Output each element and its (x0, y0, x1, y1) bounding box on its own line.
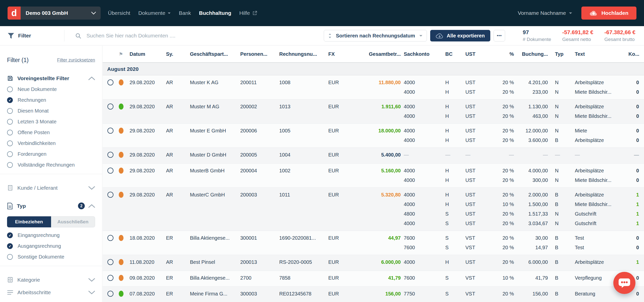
column-header-buchung[interactable]: Buchung... (514, 51, 548, 57)
table-row[interactable]: 29.08.2020ARMuster M AG2000021013EUR1.91… (103, 99, 644, 124)
table-row[interactable]: 29.08.2020ARMuster D GmbH2000051004EUR5.… (103, 148, 644, 164)
cell-geschaeftspartner: MusterB GmbH (187, 166, 237, 175)
cell-typ: B (548, 273, 572, 283)
table-row[interactable]: 11.08.2020ARBest Pinsel200013RS-2020-000… (103, 255, 644, 271)
filter-option-sonstige-dokumente[interactable]: Sonstige Dokumente (7, 251, 95, 262)
table-row[interactable]: 07.08.2020ERMeine Firma G...300003RE0123… (103, 287, 644, 302)
row-select-checkbox[interactable] (107, 79, 113, 85)
cell-ust: UST (462, 78, 491, 87)
radio-circle-icon[interactable] (7, 254, 13, 260)
cell-bc: — (442, 150, 462, 160)
column-header-geschäftspart[interactable]: Geschäftspart... (187, 51, 237, 57)
table-row[interactable]: 29.08.2020ARMusterC GmbH2000031011EUR5.3… (103, 188, 644, 231)
row-select-checkbox[interactable] (107, 168, 113, 174)
radio-circle-icon[interactable] (7, 108, 13, 114)
cell-datum: 29.08.2020 (127, 126, 163, 135)
include-toggle-button[interactable]: Einbeziehen (7, 216, 51, 227)
search-input[interactable] (86, 32, 324, 39)
column-header-%[interactable]: % (491, 51, 514, 57)
nav-item-bank[interactable]: Bank (179, 10, 191, 16)
table-row[interactable]: 29.08.2020ARMuster K AG2000111008EUR11.8… (103, 75, 644, 99)
top-navbar: d Demo 003 GmbH ÜbersichtDokumenteBankBu… (0, 0, 644, 26)
upload-button[interactable]: Hochladen (581, 7, 636, 20)
table-row[interactable]: 29.08.2020ARMuster E GmbH2000061005EUR18… (103, 124, 644, 148)
column-header-gesamtbetr[interactable]: Gesamtbetr... (357, 51, 401, 57)
row-select-checkbox[interactable] (107, 104, 113, 110)
filter-option-ausgangsrechnung[interactable]: ✓Ausgangsrechnung (7, 241, 95, 251)
status-dot-orange-icon (119, 79, 124, 85)
row-select-checkbox[interactable] (107, 192, 113, 198)
column-header-sy[interactable]: Sy. (163, 51, 187, 57)
filter-option-forderungen[interactable]: Forderungen (7, 149, 95, 160)
sidebar-divider (0, 266, 102, 266)
column-header-datum[interactable]: Datum (127, 51, 163, 57)
nav-item-buchhaltung[interactable]: Buchhaltung (199, 10, 231, 16)
type-filter-list: ✓Eingangsrechnung✓AusgangsrechnungSonsti… (7, 230, 95, 262)
row-status-cell (115, 257, 127, 267)
nav-item-übersicht[interactable]: Übersicht (108, 10, 130, 16)
nav-item-dokumente[interactable]: Dokumente (138, 10, 171, 16)
radio-circle-icon[interactable] (7, 130, 13, 135)
row-select-checkbox[interactable] (107, 259, 113, 265)
more-actions-button[interactable]: ••• (494, 30, 505, 41)
cell-geschaeftspartner: Muster K AG (187, 78, 237, 87)
cell-sachkonto: 4000 (401, 102, 442, 111)
checked-circle-icon[interactable]: ✓ (7, 243, 13, 249)
cell-gesamtbetrag: 41,79 (357, 273, 401, 283)
column-header-sachkonto[interactable]: Sachkonto (401, 51, 442, 57)
column-header-text[interactable]: Text (572, 51, 628, 57)
section-kategorie[interactable]: Kategorie (7, 277, 95, 283)
column-header-ust[interactable]: UST (462, 51, 491, 57)
company-selector[interactable]: d Demo 003 GmbH (8, 7, 101, 20)
column-header-bc[interactable]: BC (442, 51, 462, 57)
nav-item-label: Dokumente (138, 10, 165, 16)
filter-option-verbindlichkeiten[interactable]: Verbindlichkeiten (7, 138, 95, 149)
column-header-typ[interactable]: Typ (548, 51, 572, 57)
filter-option-letzten-3-monate[interactable]: Letzten 3 Monate (7, 116, 95, 127)
radio-circle-icon[interactable] (7, 119, 13, 125)
column-header-fx[interactable]: FX (325, 51, 357, 57)
filter-option-neue-dokumente[interactable]: Neue Dokumente (7, 84, 95, 95)
table-row[interactable]: 18.08.2020ERBilla Aktiengese...300001169… (103, 231, 644, 255)
row-select-checkbox[interactable] (107, 291, 113, 297)
table-row[interactable]: 09.08.2020ERBilla Aktiengese...27007858E… (103, 271, 644, 287)
section-typ[interactable]: Typ 2 (7, 203, 95, 209)
filter-option-diesen-monat[interactable]: Diesen Monat (7, 106, 95, 116)
checked-circle-icon[interactable]: ✓ (7, 232, 13, 238)
chevron-up-icon (88, 76, 95, 80)
section-label: Arbeitsschritte (17, 289, 51, 295)
user-menu[interactable]: Vorname Nachname (518, 10, 572, 16)
row-select-checkbox[interactable] (107, 235, 113, 241)
reset-filters-link[interactable]: Filter zurücksetzen (57, 58, 95, 63)
radio-circle-icon[interactable] (7, 140, 13, 146)
column-header-rechnungsnu[interactable]: Rechnungsnu... (276, 51, 325, 57)
table-row[interactable]: 29.08.2020ARMusterB GmbH2000041002EUR5.1… (103, 164, 644, 188)
filter-option-vollständige-rechnungen[interactable]: Vollständige Rechnungen (7, 160, 95, 170)
radio-circle-icon[interactable] (7, 86, 13, 92)
section-kunde-lieferant[interactable]: Kunde / Lieferant (7, 185, 95, 191)
sort-dropdown[interactable]: Sortieren nach Rechnungsdatum (324, 30, 427, 41)
cell-datum: 29.08.2020 (127, 166, 163, 175)
cell-buchungsbetrag: 30,00 (514, 233, 548, 243)
filter-option-eingangsrechnung[interactable]: ✓Eingangsrechnung (7, 230, 95, 241)
column-header-personen[interactable]: Personen... (237, 51, 276, 57)
column-header-ko[interactable]: Ko... (628, 51, 644, 57)
filter-option-rechnungen[interactable]: ✓Rechnungen (7, 95, 95, 106)
chat-widget-button[interactable] (613, 272, 635, 294)
filter-option-offene-posten[interactable]: Offene Posten (7, 127, 95, 138)
radio-circle-icon[interactable] (7, 151, 13, 157)
section-arbeitsschritte[interactable]: Arbeitsschritte (7, 289, 95, 295)
checked-circle-icon[interactable]: ✓ (7, 97, 13, 103)
filter-toggle-button[interactable]: Filter (8, 33, 64, 39)
filter-option-label: Eingangsrechnung (18, 232, 60, 238)
export-all-button[interactable]: Alle exportieren (430, 30, 490, 41)
cell-buchungsbetrag: — (514, 150, 548, 160)
cell-sy: ER (163, 273, 187, 283)
radio-circle-icon[interactable] (7, 162, 13, 168)
nav-item-hilfe[interactable]: Hilfe (239, 10, 257, 16)
section-voreingestellte-filter[interactable]: Voreingestellte Filter (7, 75, 95, 81)
row-select-checkbox[interactable] (107, 275, 113, 281)
exclude-toggle-button[interactable]: Ausschließen (51, 216, 95, 227)
row-select-checkbox[interactable] (107, 128, 113, 134)
row-select-checkbox[interactable] (107, 152, 113, 158)
